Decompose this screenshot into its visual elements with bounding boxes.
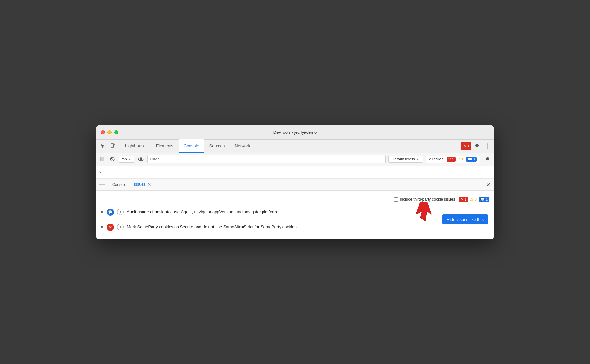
more-options-icon[interactable] xyxy=(483,141,492,150)
issue-info-icon-1: 💬 xyxy=(107,209,114,216)
drawer-tab-bar: Console Issues ✕ ✕ xyxy=(96,179,494,191)
tab-bar-right: ✕ 1 xyxy=(461,141,492,150)
dropdown-arrow-icon: ▼ xyxy=(128,158,132,161)
issue-text-1: Audit usage of navigator.userAgent, navi… xyxy=(127,209,489,215)
eye-icon[interactable] xyxy=(137,155,145,163)
levels-dropdown-icon: ▼ xyxy=(416,158,419,161)
console-settings-icon[interactable] xyxy=(483,155,492,164)
context-menu-tooltip[interactable]: Hide issues like this xyxy=(442,214,488,224)
more-tabs-button[interactable]: » xyxy=(255,141,263,151)
issues-count-badge[interactable]: 2 Issues: ✕ 1 ⚠ 0 💬 1 xyxy=(426,156,480,163)
tab-lighthouse[interactable]: Lighthouse xyxy=(120,139,151,153)
prompt-chevron-icon[interactable]: › xyxy=(99,169,101,175)
issues-panel: Include third-party cookie issues ✕ 1 ⚠ … xyxy=(96,191,494,239)
console-toolbar: top ▼ Default levels ▼ 2 Issues: ✕ 1 ⚠ 0… xyxy=(96,153,494,166)
context-selector[interactable]: top ▼ xyxy=(119,156,134,163)
issue-expand-arrow-2[interactable]: ▶ xyxy=(101,224,104,229)
issues-drawer: Console Issues ✕ ✕ Include third-party c… xyxy=(96,179,494,239)
tab-bar-left-icons xyxy=(98,141,117,150)
svg-point-12 xyxy=(100,184,101,185)
devtools-body: Lighthouse Elements Console Sources Netw… xyxy=(96,140,494,239)
sidebar-toggle-icon[interactable] xyxy=(98,155,106,163)
settings-icon[interactable] xyxy=(473,141,482,150)
close-button[interactable] xyxy=(101,130,105,134)
ban-icon[interactable] xyxy=(108,155,116,163)
filter-input[interactable] xyxy=(147,155,386,163)
issues-info-badge: 💬 1 xyxy=(466,157,477,162)
traffic-lights xyxy=(101,130,118,134)
console-prompt: › xyxy=(96,166,494,179)
issue-count-1: 1 xyxy=(117,209,124,215)
maximize-button[interactable] xyxy=(114,130,118,134)
third-party-filter-label[interactable]: Include third-party cookie issues xyxy=(394,197,455,202)
top-tab-bar: Lighthouse Elements Console Sources Netw… xyxy=(96,140,494,153)
svg-point-11 xyxy=(140,159,142,160)
tab-network[interactable]: Network xyxy=(230,139,255,153)
default-levels-selector[interactable]: Default levels ▼ xyxy=(388,156,423,163)
error-x-icon: ✕ xyxy=(463,144,466,148)
minimize-button[interactable] xyxy=(107,130,112,134)
drawer-tab-close-icon[interactable]: ✕ xyxy=(147,182,151,187)
svg-point-14 xyxy=(104,184,105,185)
svg-point-4 xyxy=(487,146,488,147)
issue-text-2: Mark SameParty cookies as Secure and do … xyxy=(127,224,489,230)
issues-info-count: 💬 1 xyxy=(479,197,489,202)
tab-sources[interactable]: Sources xyxy=(204,139,230,153)
devtools-window: DevTools - jec.fyi/demo xyxy=(96,125,494,239)
svg-point-13 xyxy=(102,184,103,185)
issues-filter-bar: Include third-party cookie issues ✕ 1 ⚠ … xyxy=(96,195,494,205)
issues-count-summary: ✕ 1 ⚠ 0 💬 1 xyxy=(459,197,489,202)
drawer-close-button[interactable]: ✕ xyxy=(484,181,492,188)
svg-rect-0 xyxy=(111,144,114,147)
tab-elements[interactable]: Elements xyxy=(151,139,179,153)
cursor-arrow-indicator xyxy=(416,202,432,222)
drawer-tab-issues[interactable]: Issues ✕ xyxy=(130,179,155,190)
cursor-icon[interactable] xyxy=(98,141,107,150)
svg-line-9 xyxy=(111,158,114,161)
window-title: DevTools - jec.fyi/demo xyxy=(273,130,317,135)
drawer-tab-console[interactable]: Console xyxy=(108,179,130,190)
svg-rect-7 xyxy=(101,157,104,161)
svg-point-3 xyxy=(487,144,488,145)
title-bar: DevTools - jec.fyi/demo xyxy=(96,125,494,140)
tab-console[interactable]: Console xyxy=(179,139,204,153)
issue-error-icon-2: ✕ xyxy=(107,224,114,231)
device-icon[interactable] xyxy=(108,141,117,150)
issues-error-count: ✕ 1 xyxy=(459,197,468,202)
issues-warning-count: ⚠ 0 xyxy=(470,197,477,202)
issue-expand-arrow-1[interactable]: ▶ xyxy=(101,209,104,214)
svg-marker-15 xyxy=(416,202,432,221)
issue-row-2[interactable]: ▶ ✕ 1 Mark SameParty cookies as Secure a… xyxy=(96,220,494,235)
issue-row-1[interactable]: ▶ 💬 1 Audit usage of navigator.userAgent… xyxy=(96,205,494,220)
issue-count-2: 1 xyxy=(117,224,124,230)
issues-error-badge: ✕ 1 xyxy=(447,157,456,162)
main-tabs: Lighthouse Elements Console Sources Netw… xyxy=(120,139,461,153)
error-count-badge[interactable]: ✕ 1 xyxy=(461,142,471,150)
third-party-filter-checkbox[interactable] xyxy=(394,197,398,202)
svg-rect-1 xyxy=(114,145,115,147)
drawer-more-icon[interactable] xyxy=(98,181,106,188)
svg-rect-6 xyxy=(100,157,101,161)
svg-point-5 xyxy=(487,148,488,149)
